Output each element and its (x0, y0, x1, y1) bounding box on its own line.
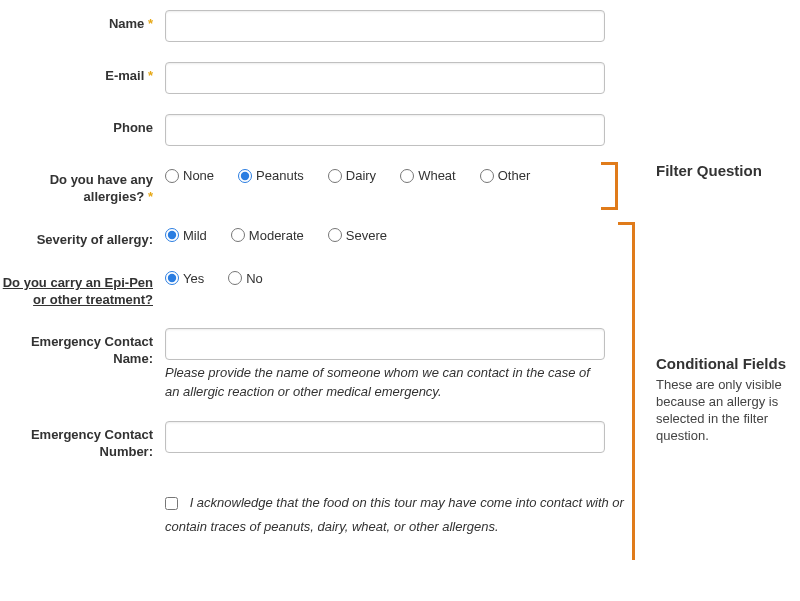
radio-epipen-yes[interactable] (165, 271, 179, 285)
radio-allergy-wheat[interactable] (400, 169, 414, 183)
input-emergency-name[interactable] (165, 328, 605, 360)
annotation-filter: Filter Question (656, 162, 796, 180)
label-email: E-mail * (0, 62, 165, 85)
annotation-filter-title: Filter Question (656, 162, 796, 180)
radio-label: Mild (183, 228, 207, 243)
radio-allergy-peanuts[interactable] (238, 169, 252, 183)
row-severity: Severity of allergy: Mild Moderate Sever… (0, 226, 800, 249)
label-emergency-number: Emergency Contact Number: (0, 421, 165, 461)
input-email[interactable] (165, 62, 605, 94)
form: Name * E-mail * Phone Do you have any al… (0, 10, 800, 540)
row-epipen: Do you carry an Epi-Pen or other treatme… (0, 269, 800, 309)
row-email: E-mail * (0, 62, 800, 94)
radios-severity: Mild Moderate Severe (165, 226, 625, 243)
radio-severity-moderate[interactable] (231, 228, 245, 242)
label-epipen: Do you carry an Epi-Pen or other treatme… (0, 269, 165, 309)
radios-allergies: None Peanuts Dairy Wheat Other (165, 166, 625, 183)
annotation-conditional-body: These are only visible because an allerg… (656, 377, 796, 445)
input-emergency-number[interactable] (165, 421, 605, 453)
radio-label: Wheat (418, 168, 456, 183)
label-allergies: Do you have any allergies? * (0, 166, 165, 206)
radio-label: Peanuts (256, 168, 304, 183)
label-severity: Severity of allergy: (0, 226, 165, 249)
radio-label: Dairy (346, 168, 376, 183)
radio-label: None (183, 168, 214, 183)
radio-severity-severe[interactable] (328, 228, 342, 242)
row-acknowledge: I acknowledge that the food on this tour… (0, 491, 800, 540)
label-emergency-name: Emergency Contact Name: (0, 328, 165, 368)
annotation-conditional-title: Conditional Fields (656, 355, 796, 373)
bracket-filter (615, 162, 618, 210)
radio-label: Yes (183, 271, 204, 286)
radio-allergy-other[interactable] (480, 169, 494, 183)
radio-label: Other (498, 168, 531, 183)
acknowledge-text: I acknowledge that the food on this tour… (165, 495, 624, 535)
input-phone[interactable] (165, 114, 605, 146)
radio-allergy-none[interactable] (165, 169, 179, 183)
checkbox-acknowledge[interactable] (165, 497, 178, 510)
radio-label: Severe (346, 228, 387, 243)
radio-label: Moderate (249, 228, 304, 243)
row-name: Name * (0, 10, 800, 42)
annotation-conditional: Conditional Fields These are only visibl… (656, 355, 796, 445)
radio-label: No (246, 271, 263, 286)
helptext-emergency-name: Please provide the name of someone whom … (165, 364, 605, 400)
radios-epipen: Yes No (165, 269, 625, 286)
label-phone: Phone (0, 114, 165, 137)
radio-severity-mild[interactable] (165, 228, 179, 242)
label-name: Name * (0, 10, 165, 33)
bracket-conditional (632, 222, 635, 560)
radio-epipen-no[interactable] (228, 271, 242, 285)
input-name[interactable] (165, 10, 605, 42)
row-phone: Phone (0, 114, 800, 146)
radio-allergy-dairy[interactable] (328, 169, 342, 183)
